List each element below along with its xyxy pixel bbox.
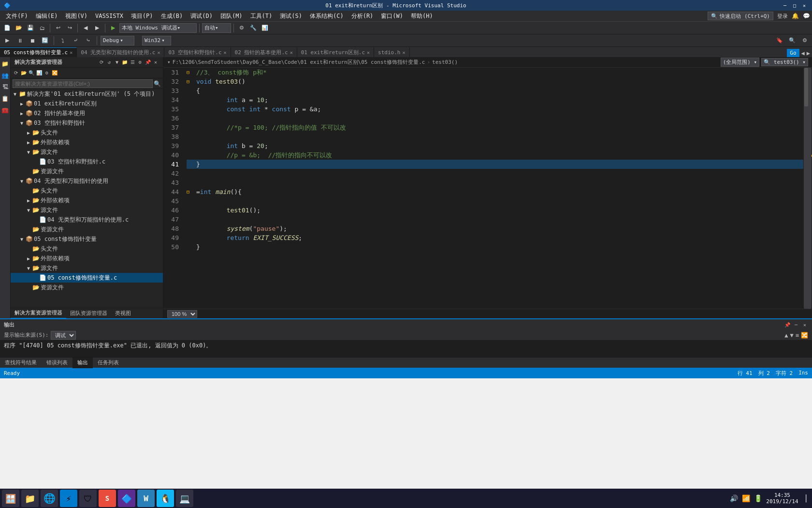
taskbar-word[interactable]: W	[137, 490, 155, 507]
properties-icon[interactable]: 📋	[0, 94, 10, 104]
code-content[interactable]: ⊟ //3、 const修饰 p和* ⊟ void test03 () {	[183, 68, 803, 309]
btm-tab-output[interactable]: 输出	[72, 358, 93, 368]
run-button[interactable]: ▶	[108, 23, 118, 33]
output-btn-3[interactable]: ≡	[796, 332, 799, 339]
run-config-dropdown[interactable]: 本地 Windows 调试器▾	[119, 23, 197, 33]
search-input[interactable]	[13, 79, 153, 88]
tree-res3[interactable]: 📂 资源文件	[11, 166, 163, 176]
team-explorer-icon[interactable]: 👥	[0, 71, 10, 80]
zoom-select[interactable]: 100 % 75 % 125 %	[167, 310, 197, 318]
sidebar-tb-6[interactable]: 🔀	[51, 70, 58, 76]
btm-tab-find[interactable]: 查找符号结果	[0, 358, 42, 368]
misc-d-btn[interactable]: ⚙	[799, 35, 810, 46]
menu-test[interactable]: 测试(S)	[276, 11, 306, 21]
tree-src5[interactable]: ▼ 📂 源文件	[11, 263, 163, 273]
sidebar-filter-icon[interactable]: ☰	[129, 59, 136, 66]
tree-res5[interactable]: 📂 资源文件	[11, 283, 163, 292]
sidebar-tb-2[interactable]: 📂	[20, 70, 27, 76]
taskbar-chrome[interactable]: 🌐	[41, 490, 58, 507]
menu-build[interactable]: 生成(B)	[157, 11, 187, 21]
tree-src3[interactable]: ▼ 📂 源文件	[11, 147, 163, 157]
menu-file[interactable]: 文件(F)	[2, 11, 32, 21]
tree-hdr3[interactable]: ▶ 📂 头文件	[11, 128, 163, 137]
show-desktop-btn[interactable]: ▕	[802, 494, 806, 502]
debug-step-over[interactable]: ⤵	[58, 35, 68, 46]
tree-ext3[interactable]: ▶ 📂 外部依赖项	[11, 137, 163, 147]
btm-tab-errors[interactable]: 错误列表	[42, 358, 72, 368]
tree-res4[interactable]: 📂 资源文件	[11, 224, 163, 234]
scrollbar-track[interactable]	[804, 68, 812, 309]
taskbar-app4[interactable]: 🛡	[79, 490, 97, 507]
misc-btn-2[interactable]: 🔧	[248, 23, 259, 33]
taskbar-explorer[interactable]: 📁	[21, 490, 39, 507]
output-close-icon[interactable]: ✕	[801, 321, 808, 328]
config-dropdown[interactable]: 自动▾	[202, 23, 231, 33]
login-button[interactable]: 登录	[777, 13, 788, 20]
misc-btn-1[interactable]: ⚙	[236, 23, 247, 33]
menu-view[interactable]: 视图(V)	[61, 11, 91, 21]
taskbar-start[interactable]: 🪟	[2, 490, 19, 507]
minimize-button[interactable]: ─	[781, 1, 789, 9]
menu-project[interactable]: 项目(P)	[127, 11, 157, 21]
menu-window[interactable]: 窗口(W)	[377, 11, 407, 21]
taskbar-app9[interactable]: 💻	[176, 490, 193, 507]
sidebar-tb-5[interactable]: ⚙	[44, 70, 50, 76]
tab-stdio[interactable]: stdio.h ✕	[374, 47, 409, 57]
taskbar-app5[interactable]: S	[99, 490, 116, 507]
tree-root[interactable]: ▼ 📁 解决方案'01 exit和return区别' (5 个项目)	[11, 89, 163, 99]
sidebar-refresh-icon[interactable]: ↺	[106, 59, 113, 66]
find-btn[interactable]: 🔍	[787, 35, 798, 46]
menu-debug[interactable]: 调试(D)	[187, 11, 217, 21]
new-button[interactable]: 📄	[2, 23, 13, 33]
save-all-button[interactable]: 🗂	[37, 23, 47, 33]
debug-config-dropdown[interactable]: Debug▾	[101, 36, 134, 45]
member-dropdown[interactable]: 🔍 test03() ▾	[761, 58, 808, 66]
tab-stdio-close[interactable]: ✕	[402, 50, 405, 55]
tab-04[interactable]: 04 无类型和万能指针的使用.c ✕	[77, 47, 164, 57]
tab-03-close[interactable]: ✕	[224, 50, 227, 55]
tab-02[interactable]: 02 指针的基本使用.c ✕	[231, 47, 297, 57]
tree-proj5[interactable]: ▼ 📦 05 const修饰指针变量	[11, 234, 163, 244]
solution-explorer-icon[interactable]: 📁	[0, 59, 10, 69]
back-button[interactable]: ◀	[80, 23, 91, 33]
taskbar-vs[interactable]: 🔷	[118, 490, 135, 507]
sidebar-settings-icon[interactable]: ⚙	[137, 59, 144, 66]
tree-proj3[interactable]: ▼ 📦 03 空指针和野指针	[11, 118, 163, 128]
tab-02-close[interactable]: ✕	[290, 50, 293, 55]
sidebar-tab-team[interactable]: 团队资源管理器	[66, 308, 111, 319]
scope-dropdown[interactable]: (全局范围) ▾	[721, 58, 760, 67]
tray-icon-2[interactable]: 📶	[742, 494, 750, 502]
open-button[interactable]: 📂	[14, 23, 24, 33]
output-btn-4[interactable]: 🔀	[801, 332, 808, 339]
tree-file5[interactable]: 📄 05 const修饰指针变量.c	[11, 273, 163, 283]
sidebar-new-folder-icon[interactable]: 📁	[121, 59, 128, 66]
output-source-select[interactable]: 调试 生成	[51, 331, 76, 340]
tab-scroll-left[interactable]: ◀	[801, 50, 805, 57]
tab-03[interactable]: 03 空指针和野指针.c ✕	[164, 47, 231, 57]
btm-tab-tasks[interactable]: 任务列表	[93, 358, 124, 368]
tree-file4[interactable]: 📄 04 无类型和万能指针的使用.c	[11, 215, 163, 224]
tree-proj1[interactable]: ▶ 📦 01 exit和return区别	[11, 99, 163, 108]
sidebar-tab-solution[interactable]: 解决方案资源管理器	[11, 308, 66, 319]
sidebar-pin-icon[interactable]: 📌	[145, 59, 151, 66]
sidebar-sync-icon[interactable]: ⟳	[98, 59, 105, 66]
tree-ext4[interactable]: ▶ 📂 外部依赖项	[11, 195, 163, 205]
sidebar-tb-1[interactable]: ⟳	[13, 70, 19, 76]
menu-tools[interactable]: 工具(T)	[246, 11, 276, 21]
sidebar-tb-4[interactable]: 📊	[36, 70, 43, 76]
toolbox-icon[interactable]: 🧰	[0, 105, 10, 115]
bookmark-btn[interactable]: 🔖	[774, 35, 785, 46]
tab-05-close[interactable]: ✕	[70, 50, 72, 55]
class-view-icon[interactable]: 🏗	[0, 82, 10, 92]
menu-team[interactable]: 团队(M)	[217, 11, 246, 21]
tab-04-close[interactable]: ✕	[157, 50, 160, 55]
menu-edit[interactable]: 编辑(E)	[32, 11, 62, 21]
output-minimize-icon[interactable]: ─	[793, 321, 799, 328]
menu-help[interactable]: 帮助(H)	[407, 11, 437, 21]
sidebar-tab-class[interactable]: 类视图	[111, 308, 135, 319]
tab-05[interactable]: 05 const修饰指针变量.c ✕	[0, 47, 77, 57]
taskbar-app3[interactable]: ⚡	[60, 490, 77, 507]
undo-button[interactable]: ↩	[53, 23, 63, 33]
tree-src4[interactable]: ▼ 📂 源文件	[11, 205, 163, 215]
tree-ext5[interactable]: ▶ 📂 外部依赖项	[11, 254, 163, 263]
